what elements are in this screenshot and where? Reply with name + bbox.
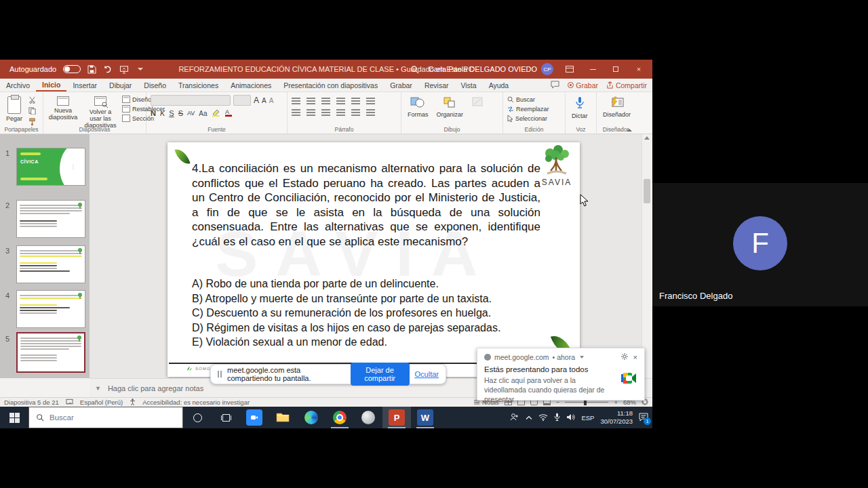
scrollbar-thumb[interactable] — [644, 179, 650, 203]
maximize-button[interactable] — [609, 63, 623, 75]
taskbar-word[interactable]: W — [411, 407, 439, 428]
strikethrough-button[interactable]: S — [178, 109, 183, 117]
bold-button[interactable]: N — [151, 109, 156, 117]
search-input[interactable] — [50, 413, 158, 422]
tab-vista[interactable]: Vista — [454, 79, 482, 92]
tab-presentacion[interactable]: Presentación con diapositivas — [277, 79, 384, 92]
tab-transiciones[interactable]: Transiciones — [172, 79, 224, 92]
comment-icon[interactable] — [551, 81, 559, 90]
taskbar-clock[interactable]: 11:18 30/07/2023 — [600, 409, 633, 426]
find-button[interactable]: Buscar — [507, 96, 561, 103]
slide-thumbnail-3[interactable] — [16, 245, 85, 283]
minimize-button[interactable] — [586, 63, 599, 75]
microphone-tray-icon[interactable] — [554, 413, 560, 422]
underline-button[interactable]: S — [169, 109, 174, 117]
line-spacing-icon[interactable] — [351, 98, 360, 99]
taskbar-edge[interactable] — [297, 407, 326, 428]
close-button[interactable]: × — [632, 63, 646, 75]
shrink-font-icon[interactable]: A — [262, 97, 267, 104]
cut-icon[interactable] — [28, 96, 36, 105]
slide-thumbnail-1[interactable]: CÍVICA — [16, 148, 85, 186]
align-justify-icon[interactable] — [336, 109, 345, 110]
notification-settings-icon[interactable] — [621, 353, 628, 361]
columns-icon[interactable] — [351, 109, 360, 110]
paste-button[interactable]: Pegar — [4, 95, 24, 123]
taskbar-chrome[interactable] — [326, 407, 354, 428]
align-right-icon[interactable] — [321, 109, 330, 110]
record-button[interactable]: Grabar — [568, 81, 598, 89]
tab-ayuda[interactable]: Ayuda — [483, 79, 515, 92]
tray-chevron-up-icon[interactable] — [526, 414, 532, 422]
notification-expand-icon[interactable] — [580, 356, 584, 359]
replace-button[interactable]: Reemplazar — [507, 106, 561, 113]
hide-share-link[interactable]: Ocultar — [415, 370, 439, 378]
ribbon-display-options-icon[interactable] — [563, 63, 576, 75]
task-view-button[interactable] — [212, 407, 240, 428]
bullets-icon[interactable] — [292, 98, 300, 99]
tab-inicio[interactable]: Inicio — [36, 79, 66, 92]
italic-button[interactable]: K — [160, 109, 165, 117]
notes-resize-handle[interactable]: ▼ — [95, 385, 101, 392]
font-color-button[interactable]: A — [224, 108, 233, 118]
collapse-ribbon-icon[interactable] — [627, 129, 632, 131]
autosave-toggle[interactable] — [63, 65, 81, 73]
stop-sharing-button[interactable]: Dejar de compartir — [351, 363, 410, 386]
slide-thumbnail-4[interactable] — [16, 290, 85, 328]
font-size-box[interactable] — [233, 95, 251, 106]
tab-revisar[interactable]: Revisar — [418, 79, 455, 92]
wifi-icon[interactable] — [538, 413, 548, 422]
clear-format-icon[interactable]: A — [269, 97, 274, 104]
scroll-up-icon[interactable] — [644, 136, 650, 140]
change-case-button[interactable]: Aa — [199, 110, 207, 117]
tab-dibujar[interactable]: Dibujar — [103, 79, 138, 92]
undo-icon[interactable] — [103, 65, 113, 74]
volume-icon[interactable] — [566, 413, 575, 422]
notification-close-icon[interactable]: × — [633, 353, 637, 361]
search-icon[interactable] — [410, 65, 419, 74]
dictate-button[interactable]: Dictar — [570, 95, 590, 121]
reuse-slides-button[interactable]: Volver a usar las diapositivas — [83, 95, 118, 130]
slide-thumbnail-2[interactable] — [16, 200, 85, 238]
qat-customize-icon[interactable] — [138, 68, 143, 70]
text-direction-icon[interactable] — [366, 98, 375, 99]
vertical-scrollbar[interactable] — [642, 134, 651, 378]
arrange-button[interactable]: Organizar — [435, 95, 466, 119]
taskbar-app-blue[interactable] — [240, 407, 269, 428]
people-icon[interactable] — [510, 413, 519, 422]
tab-grabar[interactable]: Grabar — [384, 79, 418, 92]
taskbar-file-explorer[interactable] — [269, 407, 297, 428]
taskbar-app-gray[interactable] — [354, 407, 382, 428]
language-status[interactable]: Español (Perú) — [80, 399, 123, 406]
slide-thumbnail-5-selected[interactable] — [16, 332, 85, 373]
start-presentation-icon[interactable] — [119, 65, 129, 74]
language-indicator[interactable]: ESP — [581, 414, 594, 422]
tab-animaciones[interactable]: Animaciones — [224, 79, 277, 92]
action-center-button[interactable]: 1 — [639, 413, 648, 423]
tab-archivo[interactable]: Archivo — [0, 79, 36, 92]
char-spacing-button[interactable]: AV — [187, 110, 195, 117]
copy-icon[interactable] — [28, 107, 36, 116]
taskbar-powerpoint-active[interactable]: P — [382, 407, 411, 428]
slide-canvas[interactable]: SAVIA SAVIA 4.La conciliación es un meca… — [167, 142, 580, 377]
convert-smartart-icon[interactable] — [366, 109, 375, 110]
new-slide-button[interactable]: Nueva diapositiva — [47, 95, 79, 122]
align-center-icon[interactable] — [307, 109, 315, 110]
align-left-icon[interactable] — [292, 109, 300, 110]
shapes-button[interactable]: Formas — [406, 95, 431, 119]
select-button[interactable]: Seleccionar — [507, 115, 561, 122]
grow-font-icon[interactable]: A — [254, 96, 259, 105]
meet-participant-tile[interactable]: F Francisco Delgado — [652, 183, 868, 306]
accessibility-status[interactable]: Accesibilidad: es necesario investigar — [142, 399, 250, 406]
highlight-button[interactable] — [212, 108, 220, 118]
proofing-icon[interactable] — [66, 399, 73, 407]
cortana-button[interactable] — [183, 407, 212, 428]
indent-increase-icon[interactable] — [336, 98, 345, 99]
indent-decrease-icon[interactable] — [321, 98, 330, 99]
account-chip[interactable]: Carla Paola DELGADO OVIEDO CP — [429, 63, 553, 75]
quick-styles-button[interactable] — [469, 95, 487, 111]
tab-diseno[interactable]: Diseño — [138, 79, 172, 92]
start-button[interactable] — [0, 407, 28, 428]
save-icon[interactable] — [87, 65, 96, 74]
share-button[interactable]: Compartir — [606, 81, 647, 89]
tab-insertar[interactable]: Insertar — [66, 79, 103, 92]
